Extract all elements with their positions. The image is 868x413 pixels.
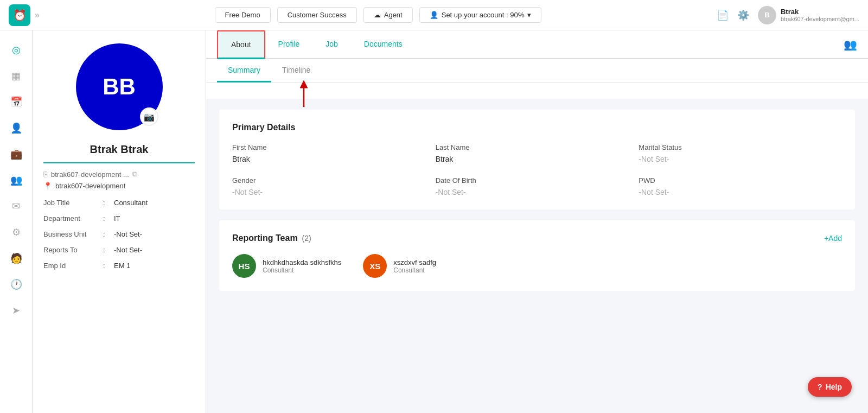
profile-name: Btrak Btrak	[43, 143, 195, 163]
reports-to-label: Reports To	[43, 246, 103, 254]
gender-value: -Not Set-	[232, 188, 436, 196]
reports-to-row: Reports To : -Not Set-	[43, 246, 195, 254]
date-of-birth-label: Date Of Birth	[436, 176, 639, 185]
details-grid: First Name Btrak Last Name Btrak Marital…	[232, 143, 842, 196]
primary-details-card: Primary Details First Name Btrak Last Na…	[219, 110, 855, 209]
first-name-value: Btrak	[232, 155, 436, 163]
left-sidebar: ◎ ▦ 📅 👤 💼 👥 ✉ ⚙ 🧑 🕐 ➤	[0, 30, 33, 413]
top-nav: ⏰ » Free Demo Customer Success ☁ Agent 👤…	[0, 0, 868, 30]
content-area: Primary Details First Name Btrak Last Na…	[206, 99, 868, 313]
sidebar-item-send[interactable]: ➤	[5, 300, 27, 321]
job-title-label: Job Title	[43, 199, 103, 207]
app-logo[interactable]: ⏰	[9, 4, 30, 26]
arrow-indicator	[206, 82, 868, 99]
sidebar-item-settings[interactable]: ⚙	[5, 221, 27, 243]
marital-status-value: -Not Set-	[639, 155, 842, 163]
setup-account-button[interactable]: 👤 Set up your account : 90% ▾	[419, 7, 541, 23]
location-icon: 📍	[43, 182, 52, 190]
member-info-1: xszdxvf sadfg Consultant	[393, 258, 436, 274]
setup-icon: 👤	[430, 11, 438, 19]
emp-id-value: EM 1	[114, 262, 130, 270]
department-row: Department : IT	[43, 214, 195, 223]
tab-job[interactable]: Job	[312, 31, 351, 59]
gear-icon[interactable]: ⚙️	[737, 9, 749, 21]
profile-username: ⎘ btrak607-development ... ⧉	[43, 170, 195, 179]
document-icon[interactable]: 📄	[717, 9, 729, 21]
free-demo-button[interactable]: Free Demo	[215, 7, 271, 23]
reporting-team-title-group: Reporting Team (2)	[232, 233, 311, 243]
main-content: About Profile Job Documents 👥 Summary Ti…	[206, 30, 868, 413]
emp-id-label: Emp Id	[43, 262, 103, 270]
business-unit-row: Business Unit : -Not Set-	[43, 230, 195, 238]
customer-success-button[interactable]: Customer Success	[277, 7, 357, 23]
reporting-team-card: Reporting Team (2) +Add HS hkdhkdhaskda …	[219, 220, 855, 291]
expand-icon[interactable]: »	[35, 10, 40, 20]
user-name: Btrak	[781, 8, 859, 16]
help-icon: ?	[818, 383, 822, 391]
help-button[interactable]: ? Help	[808, 377, 852, 397]
reports-to-value: -Not Set-	[114, 246, 142, 254]
copy-btn[interactable]: ⧉	[132, 170, 137, 179]
reporting-team-title: Reporting Team	[232, 233, 298, 243]
member-name-1: xszdxvf sadfg	[393, 258, 436, 266]
team-members-list: HS hkdhkdhaskda sdkhsfkhs Consultant XS …	[232, 254, 842, 278]
sidebar-item-user[interactable]: 👤	[5, 117, 27, 139]
sub-tab-summary[interactable]: Summary	[217, 59, 271, 82]
date-of-birth-value: -Not Set-	[436, 188, 639, 196]
gender-label: Gender	[232, 176, 436, 185]
primary-details-title: Primary Details	[232, 123, 842, 132]
sidebar-item-team[interactable]: 👥	[5, 169, 27, 191]
copy-icon[interactable]: ⎘	[43, 170, 48, 179]
pwd-item: PWD -Not Set-	[639, 176, 842, 196]
team-icon-right[interactable]: 👥	[844, 38, 857, 51]
sidebar-item-mail[interactable]: ✉	[5, 195, 27, 217]
tab-documents[interactable]: Documents	[351, 31, 416, 59]
first-name-item: First Name Btrak	[232, 143, 436, 163]
last-name-label: Last Name	[436, 143, 639, 151]
member-info-0: hkdhkdhaskda sdkhsfkhs Consultant	[263, 258, 341, 274]
last-name-value: Btrak	[436, 155, 639, 163]
tab-bar: About Profile Job Documents 👥	[206, 30, 868, 59]
member-name-0: hkdhkdhaskda sdkhsfkhs	[263, 258, 341, 266]
cloud-icon: ☁	[374, 11, 381, 19]
date-of-birth-item: Date Of Birth -Not Set-	[436, 176, 639, 196]
user-email: btrak607-development@gm...	[781, 16, 859, 22]
sidebar-item-clock[interactable]: 🕐	[5, 274, 27, 295]
sidebar-item-tv[interactable]: ▦	[5, 65, 27, 87]
sidebar-item-briefcase[interactable]: 💼	[5, 143, 27, 165]
department-value: IT	[114, 214, 120, 223]
profile-location: 📍 btrak607-development	[43, 182, 195, 190]
avatar: BB 📷	[76, 43, 163, 130]
add-member-button[interactable]: +Add	[824, 234, 842, 243]
user-avatar: B	[758, 6, 776, 24]
job-title-value: Consultant	[114, 199, 148, 207]
gender-item: Gender -Not Set-	[232, 176, 436, 196]
agent-button[interactable]: ☁ Agent	[363, 7, 413, 23]
sidebar-item-person-settings[interactable]: 🧑	[5, 247, 27, 269]
user-info[interactable]: B Btrak btrak607-development@gm...	[758, 6, 859, 24]
department-label: Department	[43, 214, 103, 223]
marital-status-label: Marital Status	[639, 143, 842, 151]
emp-id-row: Emp Id : EM 1	[43, 262, 195, 270]
business-unit-value: -Not Set-	[114, 230, 142, 238]
sidebar-item-dashboard[interactable]: ◎	[5, 39, 27, 61]
member-role-1: Consultant	[393, 266, 436, 274]
avatar-container: BB 📷	[43, 43, 195, 130]
sub-tab-timeline[interactable]: Timeline	[271, 59, 321, 82]
sidebar-item-calendar[interactable]: 📅	[5, 91, 27, 113]
last-name-item: Last Name Btrak	[436, 143, 639, 163]
tab-profile[interactable]: Profile	[265, 31, 313, 59]
camera-button[interactable]: 📷	[140, 107, 158, 126]
profile-sidebar: BB 📷 Btrak Btrak ⎘ btrak607-development …	[33, 30, 206, 413]
profile-details-table: Job Title : Consultant Department : IT B…	[43, 199, 195, 270]
member-avatar-1: XS	[363, 254, 387, 278]
sub-tab-bar: Summary Timeline	[206, 59, 868, 82]
marital-status-item: Marital Status -Not Set-	[639, 143, 842, 163]
user-text: Btrak btrak607-development@gm...	[781, 8, 859, 22]
tab-about[interactable]: About	[217, 30, 265, 59]
reporting-count: (2)	[302, 234, 311, 243]
member-role-0: Consultant	[263, 266, 341, 274]
chevron-down-icon: ▾	[527, 11, 531, 19]
first-name-label: First Name	[232, 143, 436, 151]
job-title-row: Job Title : Consultant	[43, 199, 195, 207]
